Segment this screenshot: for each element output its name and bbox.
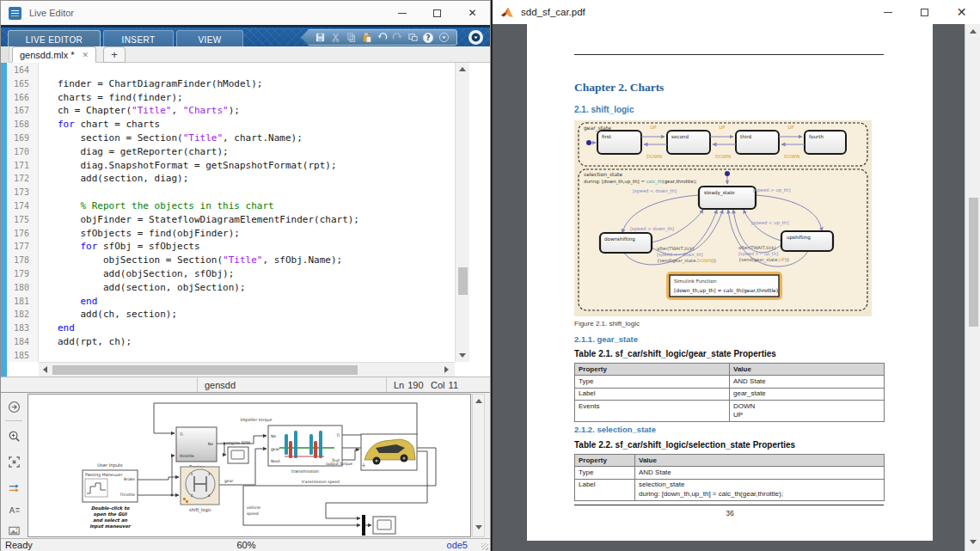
save-icon[interactable] [312,31,328,44]
state-fourth: fourth [809,134,824,139]
code-line[interactable]: 184add(rpt, ch); [7,335,420,349]
pdf-vertical-scrollbar[interactable] [965,24,980,551]
pdf-content-area[interactable]: Chapter 2. Charts 2.1. shift_logic ge [493,24,980,551]
code-line[interactable]: 171 diag.SnapshotFormat = getSnapshotFor… [7,159,420,173]
chapter-heading: Chapter 2. Charts [574,81,664,95]
code-line[interactable]: 181 end [7,295,420,309]
scroll-down-icon[interactable] [459,353,466,358]
scope-block[interactable] [373,517,395,534]
svg-text:1: 1 [191,472,193,476]
simulink-statusbar: Ready 60% ode5 [1,538,490,551]
table-row: EventsDOWN UP [575,401,885,422]
new-tab-button[interactable]: + [103,46,126,63]
scroll-up-icon[interactable] [970,29,977,34]
scroll-left-icon[interactable] [43,366,47,373]
show-explorer-icon[interactable] [3,396,24,417]
code-lines: 164165finder = ChartDiagramFinder(hModel… [7,64,420,363]
close-button[interactable]: ✕ [943,0,980,24]
engine-rpm-scope[interactable]: engine RPM [226,441,250,463]
svg-text:Double-click to: Double-click to [91,505,130,511]
page-number: 36 [527,509,933,517]
scroll-up-icon[interactable] [475,399,482,403]
shift-logic-block[interactable]: 1 3 2 4 shift_logic [181,467,219,513]
code-line[interactable]: 164 [7,64,420,77]
transmission-block[interactable]: Ne gear Nout Ti Tout transmission [268,425,342,474]
copy-icon[interactable] [343,31,358,44]
annotation-icon[interactable]: A [3,499,24,520]
line-number: 165 [7,77,35,91]
maximize-button[interactable] [420,1,455,25]
svg-text:?: ? [426,34,431,42]
ribbon: LIVE EDITOR INSERT VIEW [1,25,490,46]
editor-horizontal-scrollbar[interactable] [39,362,455,377]
code-line[interactable]: 173 [7,186,420,199]
svg-text:A: A [9,505,15,515]
code-editor[interactable]: 164165finder = ChartDiagramFinder(hModel… [1,63,490,377]
signal-lines-icon[interactable] [3,477,24,498]
chevron-down-circle-icon[interactable] [469,30,483,45]
maximize-button[interactable] [906,0,943,24]
sidebar-collapse-strip[interactable] [1,46,9,63]
resize-grip[interactable] [481,543,488,550]
svg-text:UP: UP [650,125,657,130]
line-number: 182 [7,308,35,321]
paste-icon[interactable] [358,31,374,44]
pdf-scroll-thumb[interactable] [969,198,978,327]
code-line[interactable]: 183end [7,321,420,335]
output-torque-label: output torque [326,462,352,466]
pdf-titlebar: sdd_sf_car.pdf ✕ [493,0,980,24]
code-line[interactable]: 166charts = find(finder); [7,91,420,105]
code-line[interactable]: 185 [7,349,420,363]
code-line[interactable]: 172 add(section, diag); [7,172,420,186]
section-2-1-heading: 2.1. shift_logic [574,105,634,114]
code-line[interactable]: 178 objSection = Section("Title", sfObj.… [7,254,420,267]
tab-close-icon[interactable]: ✕ [83,51,89,59]
code-line[interactable]: 169 section = Section("Title", chart.Nam… [7,132,420,145]
minimize-button[interactable] [384,1,420,25]
code-line[interactable]: 176 sfObjects = find(objFinder); [7,227,420,241]
scroll-up-icon[interactable] [459,67,466,71]
vehicle-block[interactable] [361,434,417,470]
code-line[interactable]: 175 objFinder = StateflowDiagramElementF… [7,213,420,227]
code-line[interactable]: 165finder = ChartDiagramFinder(hModel); [7,77,420,91]
horizontal-scroll-thumb[interactable] [52,365,358,375]
close-button[interactable]: ✕ [455,1,490,25]
cut-icon[interactable] [328,31,343,44]
svg-text:Ne: Ne [271,434,276,438]
user-inputs-block[interactable]: User Inputs Passing Maneuver Brake Throt… [83,462,138,502]
undo-icon[interactable] [374,31,389,44]
canvas-vertical-scrollbar[interactable] [472,394,485,537]
state-upshifting: upshifting [787,235,811,241]
simulink-canvas[interactable]: User Inputs Passing Maneuver Brake Throt… [28,394,471,537]
scroll-right-icon[interactable] [444,366,449,373]
minimize-button[interactable] [869,0,906,24]
code-line[interactable]: 177 for sfObj = sfObjects [7,240,420,254]
editor-vertical-scrollbar[interactable] [455,63,469,362]
line-number: 183 [7,321,35,335]
scroll-down-icon[interactable] [475,525,482,530]
code-line[interactable]: 167ch = Chapter("Title", "Charts"); [7,104,420,118]
window-icon[interactable] [405,31,420,44]
vertical-scroll-thumb[interactable] [458,267,468,295]
help-icon[interactable]: ? [420,31,436,44]
dropdown-icon[interactable] [436,31,451,44]
window-title: sdd_sf_car.pdf [521,7,585,17]
column-header: Value [635,455,885,467]
column-header: Value [730,364,885,376]
svg-text:User Inputs: User Inputs [97,462,123,468]
code-line[interactable]: 168for chart = charts [7,118,420,132]
doc-tab-gensdd[interactable]: gensdd.mlx * ✕ [12,46,96,63]
line-number: 169 [7,132,35,145]
fit-to-view-icon[interactable] [3,451,24,472]
scroll-down-icon[interactable] [970,540,977,544]
engine-block[interactable]: Ti throttle Ne Engine [176,427,217,470]
code-line[interactable]: 182 add(ch, section); [7,308,420,321]
code-line[interactable]: 180 add(section, objSection); [7,281,420,295]
zoom-in-icon[interactable] [3,425,24,446]
svg-text:[speed > up_th]: [speed > up_th] [753,187,791,193]
code-line[interactable]: 170 diag = getReporter(chart); [7,145,420,159]
code-line[interactable]: 174 % Report the objects in this chart [7,199,420,213]
code-line[interactable]: 179 add(objSection, sfObj); [7,267,420,281]
redo-icon[interactable] [389,31,405,44]
mux-block[interactable] [362,515,365,536]
